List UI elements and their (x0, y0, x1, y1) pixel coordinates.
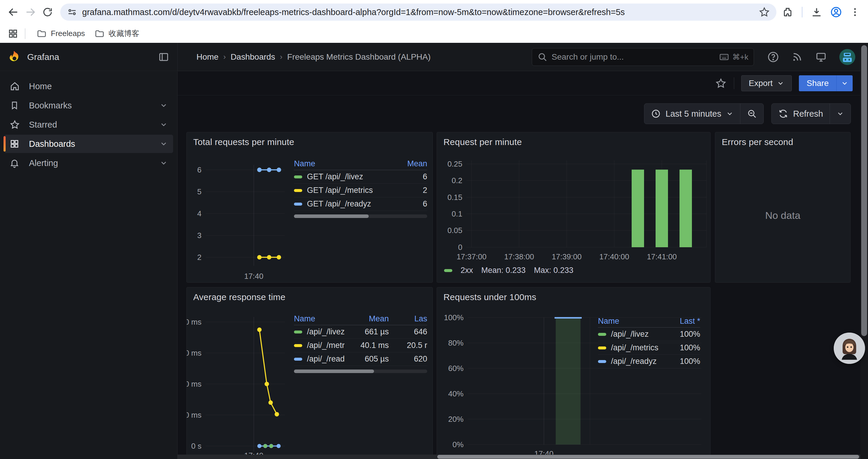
breadcrumb: Home › Dashboards › Freeleaps Metrics Da… (196, 52, 431, 62)
svg-text:0%: 0% (452, 440, 464, 449)
panel-total-requests-per-minute[interactable]: Total requests per minute 6543217:40 Nam… (186, 132, 433, 283)
refresh-button[interactable]: Refresh (772, 104, 830, 124)
panel-request-per-minute[interactable]: Request per minute 0.250.20.150.10.05017… (437, 132, 711, 283)
browser-forward-button[interactable] (22, 4, 39, 21)
legend-table: Name Mean GET /api/_/livez 6 GET /api/_/… (294, 158, 427, 218)
svg-text:0.05: 0.05 (447, 226, 462, 235)
share-menu-button[interactable] (836, 75, 852, 91)
sidebar-item-starred[interactable]: Starred (4, 116, 173, 134)
legend-header-name[interactable]: Name (294, 159, 389, 168)
panel-errors-per-second[interactable]: Errors per second No data (715, 132, 850, 283)
downloads-icon[interactable] (809, 5, 824, 19)
series-swatch (294, 203, 302, 205)
panel-requests-under-100ms[interactable]: Requests under 100ms 100%80%60%40%20%0%1… (437, 287, 711, 459)
time-range-picker[interactable]: Last 5 minutes (644, 104, 740, 124)
browser-toolbar: grafana.mathmast.com/d/deytv4rwavabkb/fr… (0, 0, 868, 24)
series-name[interactable]: /api/_/livez (307, 327, 344, 336)
legend-header-name[interactable]: Name (598, 317, 662, 326)
legend-row[interactable]: /api/_/readyz 100% (598, 355, 700, 368)
chevron-down-icon[interactable] (159, 159, 168, 167)
legend-header-name[interactable]: Name (294, 314, 344, 323)
sidebar-item-alerting[interactable]: Alerting (4, 154, 173, 172)
header-icons (767, 43, 856, 71)
series-mean: 6 (389, 172, 427, 182)
zoom-out-button[interactable] (740, 104, 764, 124)
clock-icon (651, 109, 661, 119)
legend-scrollbar[interactable] (294, 369, 427, 373)
sidebar-item-dashboards[interactable]: Dashboards (4, 135, 173, 153)
legend-row[interactable]: /api/_/livez 661 µs 646 (294, 325, 427, 339)
series-name[interactable]: /api/_/metrics (611, 343, 658, 352)
refresh-interval-button[interactable] (830, 104, 850, 124)
sidebar-item-bookmarks[interactable]: Bookmarks (4, 96, 173, 114)
svg-text:17:39:00: 17:39:00 (552, 252, 582, 261)
svg-text:0.1: 0.1 (452, 209, 462, 218)
bookmark-star-icon[interactable] (759, 6, 770, 18)
news-rss-icon[interactable] (791, 51, 803, 63)
svg-text:3: 3 (197, 231, 202, 240)
bookmark-folder-freeleaps[interactable]: Freeleaps (32, 26, 90, 41)
share-button[interactable]: Share (799, 75, 836, 91)
apps-grid-icon[interactable] (8, 28, 18, 39)
time-controls-bar: Last 5 minutes Refresh (178, 96, 868, 132)
legend-row[interactable]: GET /api/_/livez 6 (294, 170, 427, 184)
legend-row[interactable]: /api/_/readyz 605 µs 620 (294, 352, 427, 366)
legend-header-mean[interactable]: Mean (389, 159, 427, 168)
browser-menu-icon[interactable] (848, 5, 862, 19)
chevron-down-icon[interactable] (159, 140, 168, 148)
dashboard-actions-bar: Export Share (178, 71, 868, 95)
scrollbar-thumb[interactable] (294, 369, 374, 373)
search-input[interactable] (552, 52, 719, 62)
series-name[interactable]: 2xx (461, 266, 473, 275)
legend-header-last[interactable]: Las (389, 314, 427, 323)
legend-row[interactable]: GET /api/_/readyz 6 (294, 197, 427, 211)
series-name[interactable]: /api/_/livez (611, 330, 649, 339)
panel-average-response-time[interactable]: Average response time 80 ms60 ms40 ms20 … (186, 287, 433, 459)
user-avatar[interactable] (839, 49, 856, 65)
site-settings-icon[interactable] (67, 7, 78, 18)
series-name[interactable]: /api/_/readyz (307, 355, 344, 364)
help-icon[interactable] (767, 51, 779, 63)
series-name[interactable]: GET /api/_/livez (307, 172, 363, 182)
legend-header-mean[interactable]: Mean (344, 314, 389, 323)
series-name[interactable]: GET /api/_/metrics (307, 186, 373, 195)
legend-row[interactable]: /api/_/livez 100% (598, 328, 700, 341)
search-box[interactable]: ⌘+k (532, 48, 754, 66)
browser-reload-button[interactable] (39, 4, 56, 21)
chevron-down-icon[interactable] (159, 121, 168, 129)
scrollbar-thumb[interactable] (437, 455, 859, 459)
address-bar[interactable]: grafana.mathmast.com/d/deytv4rwavabkb/fr… (60, 4, 776, 21)
scrollbar-thumb[interactable] (861, 45, 867, 336)
search-shortcut: ⌘+k (719, 52, 748, 62)
scrollbar-thumb[interactable] (294, 215, 369, 218)
monitor-icon[interactable] (815, 51, 827, 63)
breadcrumb-dashboards[interactable]: Dashboards (230, 52, 275, 62)
series-name[interactable]: /api/_/metrics (307, 341, 344, 350)
legend-row[interactable]: /api/_/metrics 40.1 ms 20.5 r (294, 339, 427, 352)
sidebar-item-home[interactable]: Home (4, 77, 173, 95)
legend-header-last[interactable]: Last * (662, 317, 700, 326)
legend-row[interactable]: /api/_/metrics 100% (598, 341, 700, 355)
svg-text:6: 6 (197, 165, 202, 174)
dock-sidebar-icon[interactable] (158, 51, 169, 63)
url-text[interactable]: grafana.mathmast.com/d/deytv4rwavabkb/fr… (82, 7, 759, 17)
bookmark-folder-blogs[interactable]: 收藏博客 (90, 26, 144, 41)
profile-avatar-icon[interactable] (829, 5, 843, 19)
floating-assistant-avatar[interactable] (834, 333, 865, 364)
browser-back-button[interactable] (5, 4, 22, 21)
chevron-down-icon[interactable] (159, 101, 168, 109)
extensions-icon[interactable] (780, 5, 795, 19)
page-horizontal-scrollbar[interactable] (178, 455, 860, 459)
breadcrumb-home[interactable]: Home (196, 52, 219, 62)
export-button[interactable]: Export (741, 75, 792, 91)
breadcrumb-current: Freeleaps Metrics Dashboard (ALPHA) (287, 52, 431, 62)
favorite-star-icon[interactable] (715, 77, 727, 89)
grafana-logo-icon[interactable] (8, 50, 21, 64)
series-swatch (294, 189, 302, 192)
legend-row[interactable]: GET /api/_/metrics 2 (294, 184, 427, 197)
series-name[interactable]: /api/_/readyz (611, 357, 657, 366)
series-name[interactable]: GET /api/_/readyz (307, 199, 371, 208)
page-vertical-scrollbar[interactable] (860, 43, 868, 459)
legend-scrollbar[interactable] (294, 215, 427, 218)
legend-header: Name Last * (598, 315, 700, 328)
